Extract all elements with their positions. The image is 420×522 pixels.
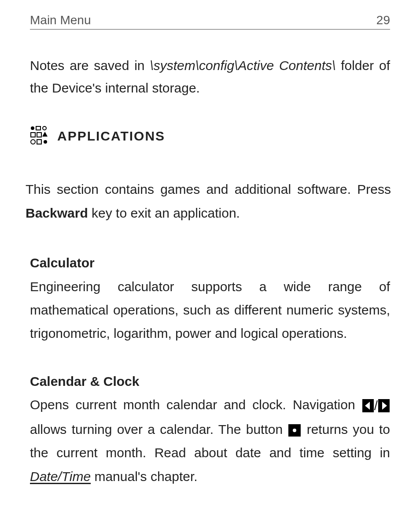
svg-point-0 (31, 126, 34, 130)
applications-icon (30, 126, 49, 147)
calculator-body: Engineering calculator supports a wide r… (30, 275, 390, 345)
center-button-icon (288, 424, 301, 437)
intro-pre-text: Notes are saved in (30, 58, 150, 73)
calendar-title: Calendar & Clock (30, 370, 390, 393)
svg-rect-4 (37, 133, 41, 137)
nav-left-icon (362, 399, 374, 412)
svg-rect-1 (36, 126, 41, 130)
calendar-clock-section: Calendar & Clock Opens current month cal… (30, 370, 390, 488)
calendar-body: Opens current month calendar and clock. … (30, 393, 390, 488)
svg-rect-7 (37, 140, 41, 144)
svg-rect-3 (31, 133, 35, 137)
desc-pre: This section contains games and addition… (26, 182, 391, 196)
desc-post: key to exit an application. (88, 206, 240, 220)
calendar-body-mid: allows turning over a calendar. The butt… (30, 422, 287, 437)
date-time-link[interactable]: Date/Time (30, 469, 91, 484)
slash-text: / (374, 399, 378, 413)
calendar-body-pre: Opens current month calendar and clock. … (30, 397, 362, 412)
backward-key-label: Backward (26, 206, 88, 220)
path-text: \system\config\Active Contents\ (150, 58, 335, 73)
applications-heading: APPLICATIONS (30, 126, 390, 147)
calculator-title: Calculator (30, 252, 390, 275)
svg-point-8 (44, 140, 47, 144)
svg-point-2 (43, 126, 46, 130)
page-header: Main Menu 29 (30, 13, 390, 30)
page-number: 29 (376, 13, 390, 27)
nav-right-icon (378, 399, 390, 412)
notes-path-paragraph: Notes are saved in \system\config\Active… (30, 54, 390, 99)
applications-description: This section contains games and addition… (26, 178, 391, 225)
calendar-body-post2: manual's chapter. (91, 469, 198, 484)
svg-point-6 (31, 140, 35, 144)
applications-heading-text: APPLICATIONS (57, 129, 165, 144)
calculator-section: Calculator Engineering calculator suppor… (30, 252, 390, 345)
svg-marker-5 (42, 132, 48, 137)
header-title: Main Menu (30, 13, 91, 27)
